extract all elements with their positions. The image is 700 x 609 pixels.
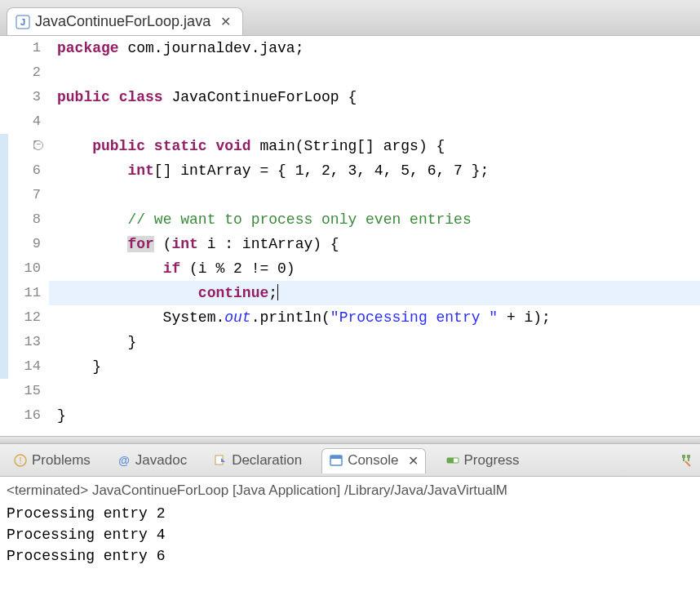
- console-icon: [329, 453, 343, 468]
- bottom-tab-bar: ! Problems @ Javadoc Declaration Console…: [0, 444, 700, 477]
- fold-marker-icon[interactable]: −: [33, 140, 43, 150]
- tab-problems[interactable]: ! Problems: [7, 449, 97, 472]
- code-line[interactable]: }: [49, 330, 700, 354]
- code-line[interactable]: int[] intArray = { 1, 2, 3, 4, 5, 6, 7 }…: [49, 158, 700, 183]
- svg-rect-7: [330, 456, 342, 459]
- line-number: 12: [0, 305, 41, 330]
- tab-javadoc[interactable]: @ Javadoc: [110, 449, 193, 472]
- line-number: 7: [0, 183, 41, 207]
- tab-declaration[interactable]: Declaration: [206, 449, 308, 472]
- javadoc-icon: @: [117, 453, 131, 468]
- code-line[interactable]: public class JavaContinueForLoop {: [49, 85, 700, 109]
- tab-label: Console: [348, 452, 398, 469]
- console-line: Processing entry 6: [7, 545, 693, 567]
- editor-pane: 12345−678910111213141516 package com.jou…: [0, 36, 700, 436]
- code-area[interactable]: package com.journaldev.java;public class…: [49, 36, 700, 436]
- tab-label: Javadoc: [135, 452, 187, 469]
- divider[interactable]: [0, 436, 700, 444]
- line-number: 4: [0, 109, 41, 134]
- console-line: Processing entry 2: [7, 503, 693, 524]
- problems-icon: !: [13, 453, 28, 468]
- line-number: 6: [0, 158, 41, 183]
- code-line[interactable]: }: [49, 354, 700, 379]
- svg-rect-10: [682, 455, 685, 458]
- svg-text:!: !: [19, 456, 21, 465]
- svg-rect-11: [687, 455, 690, 458]
- code-line[interactable]: if (i % 2 != 0): [49, 256, 700, 281]
- editor-tab-filename: JavaContinueForLoop.java: [35, 13, 210, 30]
- line-number: 8: [0, 207, 41, 232]
- pin-icon[interactable]: [679, 453, 693, 468]
- progress-icon: [445, 453, 460, 468]
- code-line[interactable]: System.out.println("Processing entry " +…: [49, 305, 700, 330]
- code-line[interactable]: continue;: [49, 281, 700, 305]
- console-line: Processing entry 4: [7, 524, 693, 545]
- java-file-icon: J: [16, 15, 30, 29]
- code-line[interactable]: [49, 60, 700, 85]
- code-line[interactable]: [49, 109, 700, 134]
- tab-progress[interactable]: Progress: [439, 449, 526, 472]
- line-number: 14: [0, 354, 41, 379]
- tab-label: Declaration: [232, 452, 302, 469]
- tab-label: Progress: [464, 452, 520, 469]
- code-line[interactable]: [49, 183, 700, 207]
- line-number: 15: [0, 379, 41, 403]
- declaration-icon: [213, 453, 228, 468]
- line-number: 5−: [0, 134, 41, 158]
- tab-label: Problems: [32, 452, 91, 469]
- svg-rect-9: [447, 458, 454, 463]
- line-number: 3: [0, 85, 41, 109]
- svg-text:@: @: [118, 454, 130, 467]
- line-number: 11: [0, 281, 41, 305]
- line-number-gutter: 12345−678910111213141516: [0, 36, 49, 436]
- line-number: 2: [0, 60, 41, 85]
- code-line[interactable]: public static void main(String[] args) {: [49, 134, 700, 158]
- line-number: 16: [0, 403, 41, 428]
- console-output[interactable]: <terminated> JavaContinueForLoop [Java A…: [0, 477, 700, 570]
- console-status: <terminated> JavaContinueForLoop [Java A…: [7, 480, 693, 501]
- editor-tab[interactable]: J JavaContinueForLoop.java ✕: [7, 7, 243, 35]
- code-line[interactable]: }: [49, 403, 700, 428]
- line-number: 10: [0, 256, 41, 281]
- tab-console[interactable]: Console ✕: [321, 448, 425, 473]
- line-number: 13: [0, 330, 41, 354]
- code-line[interactable]: // we want to process only even entries: [49, 207, 700, 232]
- code-line[interactable]: for (int i : intArray) {: [49, 232, 700, 256]
- editor-tab-bar: J JavaContinueForLoop.java ✕: [0, 0, 700, 36]
- line-number: 9: [0, 232, 41, 256]
- svg-text:J: J: [20, 17, 25, 27]
- code-line[interactable]: [49, 379, 700, 403]
- close-icon[interactable]: ✕: [408, 453, 419, 469]
- close-icon[interactable]: ✕: [220, 14, 231, 29]
- line-number: 1: [0, 36, 41, 60]
- code-line[interactable]: package com.journaldev.java;: [49, 36, 700, 60]
